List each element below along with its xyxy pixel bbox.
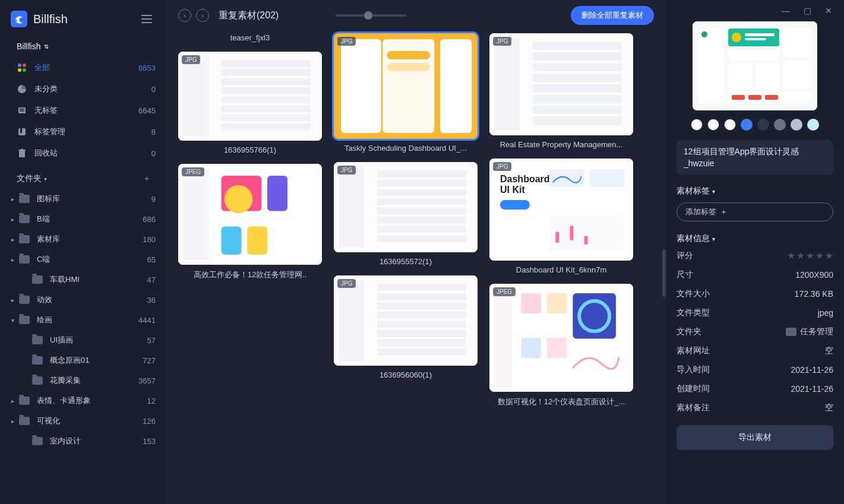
folder-item[interactable]: ▸表情、卡通形象12 bbox=[0, 391, 166, 411]
svg-rect-13 bbox=[183, 56, 209, 136]
color-swatch[interactable] bbox=[724, 119, 736, 131]
svg-rect-98 bbox=[765, 95, 778, 100]
caret-icon[interactable]: ▸ bbox=[10, 297, 15, 303]
caret-icon[interactable]: ▸ bbox=[10, 398, 15, 404]
thumbnail[interactable]: JPG bbox=[334, 33, 478, 139]
folder-item[interactable]: UI插画57 bbox=[0, 330, 166, 350]
category-count: 0 bbox=[151, 149, 156, 158]
add-folder-icon[interactable]: ＋ bbox=[143, 173, 153, 184]
svg-rect-34 bbox=[387, 63, 431, 71]
folder-item[interactable]: 花瓣采集3657 bbox=[0, 370, 166, 391]
folder-label: 花瓣采集 bbox=[50, 375, 81, 386]
info-section-label: 素材信息 ▾ bbox=[677, 233, 833, 244]
asset-card[interactable]: JPGReal Estate Property Managemen... bbox=[489, 33, 633, 149]
folder-item[interactable]: ▸B端686 bbox=[0, 209, 166, 229]
asset-card[interactable]: JPEG高效工作必备！12款任务管理网.. bbox=[178, 164, 322, 280]
color-swatch[interactable] bbox=[791, 119, 802, 131]
folder-icon bbox=[786, 328, 796, 336]
asset-card[interactable]: JPG1636956060(1) bbox=[334, 275, 478, 379]
menu-icon[interactable] bbox=[141, 12, 156, 26]
export-button[interactable]: 导出素材 bbox=[677, 425, 833, 450]
folder-item[interactable]: ▸素材库180 bbox=[0, 229, 166, 249]
thumbnail[interactable]: JPG bbox=[489, 33, 633, 135]
star-icon[interactable]: ★ bbox=[806, 250, 814, 261]
folder-item[interactable]: ▸可视化126 bbox=[0, 411, 166, 431]
sidebar: Billfish Billfish ⇅ 全部6653未分类0无标签6645标签管… bbox=[0, 0, 166, 504]
color-swatch[interactable] bbox=[807, 119, 819, 131]
color-swatch[interactable] bbox=[774, 119, 786, 131]
svg-point-87 bbox=[732, 33, 741, 42]
folder-item[interactable]: 车载HMI47 bbox=[0, 270, 166, 290]
star-icon[interactable]: ★ bbox=[825, 250, 833, 261]
minimize-icon[interactable]: — bbox=[781, 6, 791, 15]
folder-item[interactable]: ▸动效36 bbox=[0, 290, 166, 310]
rating-stars[interactable]: ★ ★ ★ ★ ★ bbox=[787, 250, 833, 261]
thumbnail[interactable]: JPG bbox=[178, 52, 322, 141]
category-all[interactable]: 全部6653 bbox=[0, 57, 166, 78]
asset-name-field[interactable]: 12组项目管理App界面设计灵感_hwzuie bbox=[677, 140, 833, 175]
asset-card[interactable]: JPG1636955572(1) bbox=[334, 162, 478, 266]
svg-rect-38 bbox=[377, 180, 466, 187]
folder-item[interactable]: ▸图标库9 bbox=[0, 189, 166, 209]
delete-all-duplicates-button[interactable]: 删除全部重复素材 bbox=[571, 6, 654, 25]
asset-card[interactable]: teaser_fjxl3 bbox=[178, 33, 322, 42]
caret-icon[interactable]: ▸ bbox=[10, 418, 15, 424]
asset-card[interactable]: JPGTaskly Scheduling Dashboard UI_... bbox=[334, 33, 478, 153]
svg-rect-23 bbox=[183, 169, 209, 260]
caret-icon[interactable]: ▸ bbox=[10, 236, 15, 243]
folder-item[interactable]: 室内设计153 bbox=[0, 431, 166, 451]
svg-point-2 bbox=[18, 68, 21, 72]
caret-icon[interactable]: ▸ bbox=[10, 216, 15, 223]
color-swatch[interactable] bbox=[707, 119, 719, 131]
folder-count: 126 bbox=[143, 417, 156, 426]
folder-count: 4441 bbox=[138, 316, 156, 325]
svg-rect-5 bbox=[20, 109, 24, 110]
svg-rect-17 bbox=[222, 87, 311, 94]
color-swatch[interactable] bbox=[691, 119, 703, 131]
category-tag[interactable]: 无标签6645 bbox=[0, 100, 166, 121]
svg-rect-41 bbox=[377, 207, 466, 214]
add-tag-button[interactable]: 添加标签 ＋ bbox=[677, 202, 833, 221]
star-icon[interactable]: ★ bbox=[787, 250, 795, 261]
folder-list: ▸图标库9▸B端686▸素材库180▸C端65车载HMI47▸动效36▾绘画44… bbox=[0, 189, 166, 451]
category-pie[interactable]: 未分类0 bbox=[0, 78, 166, 100]
folder-icon bbox=[19, 316, 30, 324]
category-bookmark[interactable]: 标签管理8 bbox=[0, 121, 166, 142]
thumbnail[interactable]: JPEG bbox=[178, 164, 322, 265]
library-selector[interactable]: Billfish ⇅ bbox=[0, 38, 166, 57]
forward-button[interactable]: › bbox=[196, 9, 209, 22]
thumbnail-size-slider[interactable] bbox=[336, 14, 407, 17]
info-url: 素材网址 空 bbox=[677, 345, 833, 356]
app-logo[interactable]: Billfish bbox=[11, 11, 68, 27]
thumbnail[interactable]: JPG bbox=[334, 275, 478, 366]
caret-icon[interactable]: ▸ bbox=[10, 196, 15, 202]
thumbnail[interactable]: JPGDashboardUI Kit bbox=[489, 159, 633, 261]
folder-chip[interactable]: 任务管理 bbox=[786, 327, 833, 337]
scrollbar-thumb[interactable] bbox=[662, 249, 666, 297]
svg-rect-61 bbox=[533, 84, 622, 93]
info-rows: 评分 ★ ★ ★ ★ ★ 尺寸 1200X900 文件大小 172.36 KB … bbox=[677, 250, 833, 413]
folder-icon bbox=[19, 296, 30, 304]
asset-card[interactable]: JPGDashboardUI KitDashboard UI Kit_6knn7… bbox=[489, 159, 633, 274]
info-folder: 文件夹 任务管理 bbox=[677, 327, 833, 337]
maximize-icon[interactable]: ▢ bbox=[802, 6, 812, 15]
asset-card[interactable]: JPEG数据可视化！12个仪表盘页面设计_... bbox=[489, 284, 633, 407]
folder-item[interactable]: ▾绘画4441 bbox=[0, 310, 166, 330]
slider-thumb[interactable] bbox=[364, 11, 372, 20]
caret-icon[interactable]: ▾ bbox=[10, 317, 15, 324]
thumbnail[interactable]: JPG bbox=[334, 162, 478, 252]
back-button[interactable]: ‹ bbox=[178, 9, 191, 22]
asset-preview[interactable] bbox=[693, 21, 817, 110]
category-trash[interactable]: 回收站0 bbox=[0, 142, 166, 164]
close-icon[interactable]: ✕ bbox=[824, 6, 833, 15]
thumbnail[interactable]: JPEG bbox=[489, 284, 633, 392]
caret-icon[interactable]: ▸ bbox=[10, 256, 15, 263]
color-swatch[interactable] bbox=[741, 119, 753, 131]
asset-card[interactable]: JPG1636955766(1) bbox=[178, 52, 322, 154]
folder-item[interactable]: 概念原画01727 bbox=[0, 350, 166, 370]
star-icon[interactable]: ★ bbox=[796, 250, 805, 261]
folder-item[interactable]: ▸C端65 bbox=[0, 249, 166, 270]
color-swatch[interactable] bbox=[757, 119, 769, 131]
star-icon[interactable]: ★ bbox=[815, 250, 824, 261]
format-badge: JPG bbox=[337, 166, 356, 175]
